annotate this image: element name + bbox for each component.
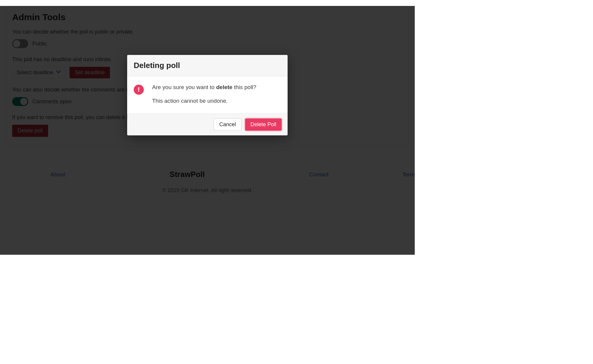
- exclamation-icon: !: [134, 85, 144, 95]
- modal-warning: This action cannot be undone.: [152, 97, 256, 105]
- modal-overlay[interactable]: Deleting poll ! Are you sure you want to…: [0, 6, 415, 255]
- modal-footer: Cancel Delete Poll: [127, 114, 288, 135]
- modal-question: Are you sure you want to delete this pol…: [152, 83, 256, 91]
- cancel-button[interactable]: Cancel: [214, 118, 242, 131]
- confirm-delete-button[interactable]: Delete Poll: [245, 118, 282, 131]
- delete-confirmation-modal: Deleting poll ! Are you sure you want to…: [127, 55, 288, 135]
- modal-header: Deleting poll: [127, 55, 288, 76]
- modal-title: Deleting poll: [134, 61, 281, 70]
